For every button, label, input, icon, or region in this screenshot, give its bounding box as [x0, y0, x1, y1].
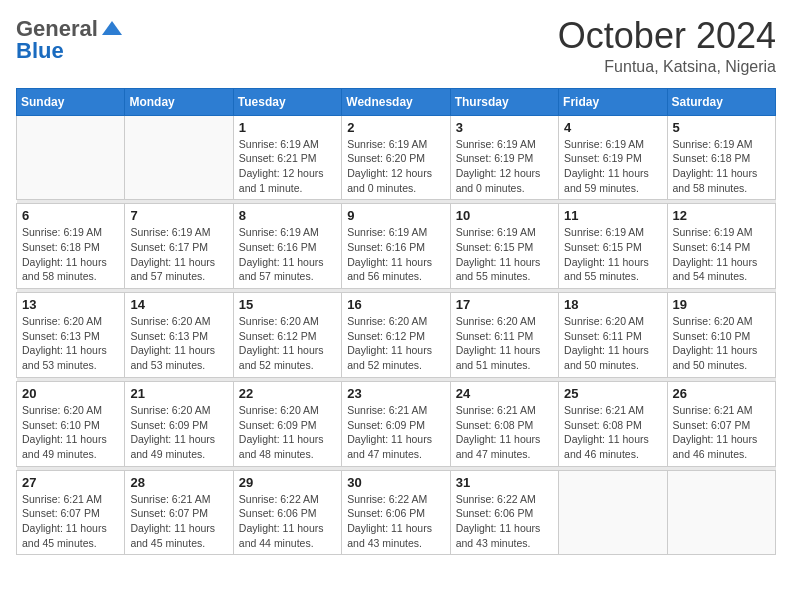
- day-info: Sunrise: 6:19 AMSunset: 6:19 PMDaylight:…: [564, 137, 661, 196]
- calendar-week-row: 1Sunrise: 6:19 AMSunset: 6:21 PMDaylight…: [17, 115, 776, 200]
- day-number: 23: [347, 386, 444, 401]
- calendar-cell: 14Sunrise: 6:20 AMSunset: 6:13 PMDayligh…: [125, 293, 233, 378]
- day-number: 4: [564, 120, 661, 135]
- day-number: 17: [456, 297, 553, 312]
- day-info: Sunrise: 6:20 AMSunset: 6:12 PMDaylight:…: [239, 314, 336, 373]
- calendar-cell: 10Sunrise: 6:19 AMSunset: 6:15 PMDayligh…: [450, 204, 558, 289]
- calendar-cell: 29Sunrise: 6:22 AMSunset: 6:06 PMDayligh…: [233, 470, 341, 555]
- calendar-cell: 31Sunrise: 6:22 AMSunset: 6:06 PMDayligh…: [450, 470, 558, 555]
- day-info: Sunrise: 6:21 AMSunset: 6:07 PMDaylight:…: [22, 492, 119, 551]
- day-info: Sunrise: 6:20 AMSunset: 6:13 PMDaylight:…: [22, 314, 119, 373]
- weekday-header: Wednesday: [342, 88, 450, 115]
- calendar-cell: 19Sunrise: 6:20 AMSunset: 6:10 PMDayligh…: [667, 293, 775, 378]
- calendar-cell: 9Sunrise: 6:19 AMSunset: 6:16 PMDaylight…: [342, 204, 450, 289]
- day-info: Sunrise: 6:22 AMSunset: 6:06 PMDaylight:…: [239, 492, 336, 551]
- calendar-cell: 24Sunrise: 6:21 AMSunset: 6:08 PMDayligh…: [450, 381, 558, 466]
- day-number: 19: [673, 297, 770, 312]
- day-number: 22: [239, 386, 336, 401]
- day-info: Sunrise: 6:21 AMSunset: 6:07 PMDaylight:…: [673, 403, 770, 462]
- day-info: Sunrise: 6:19 AMSunset: 6:19 PMDaylight:…: [456, 137, 553, 196]
- calendar-week-row: 27Sunrise: 6:21 AMSunset: 6:07 PMDayligh…: [17, 470, 776, 555]
- day-info: Sunrise: 6:19 AMSunset: 6:15 PMDaylight:…: [564, 225, 661, 284]
- day-number: 15: [239, 297, 336, 312]
- day-number: 29: [239, 475, 336, 490]
- weekday-header: Friday: [559, 88, 667, 115]
- day-number: 12: [673, 208, 770, 223]
- calendar-cell: 4Sunrise: 6:19 AMSunset: 6:19 PMDaylight…: [559, 115, 667, 200]
- day-number: 10: [456, 208, 553, 223]
- day-number: 9: [347, 208, 444, 223]
- day-info: Sunrise: 6:19 AMSunset: 6:14 PMDaylight:…: [673, 225, 770, 284]
- day-number: 8: [239, 208, 336, 223]
- day-info: Sunrise: 6:21 AMSunset: 6:08 PMDaylight:…: [564, 403, 661, 462]
- day-number: 7: [130, 208, 227, 223]
- day-info: Sunrise: 6:19 AMSunset: 6:18 PMDaylight:…: [22, 225, 119, 284]
- day-info: Sunrise: 6:20 AMSunset: 6:10 PMDaylight:…: [22, 403, 119, 462]
- calendar-cell: 25Sunrise: 6:21 AMSunset: 6:08 PMDayligh…: [559, 381, 667, 466]
- day-info: Sunrise: 6:20 AMSunset: 6:11 PMDaylight:…: [564, 314, 661, 373]
- day-number: 26: [673, 386, 770, 401]
- day-info: Sunrise: 6:21 AMSunset: 6:07 PMDaylight:…: [130, 492, 227, 551]
- day-number: 13: [22, 297, 119, 312]
- logo: General Blue: [16, 16, 124, 64]
- weekday-header: Thursday: [450, 88, 558, 115]
- day-info: Sunrise: 6:22 AMSunset: 6:06 PMDaylight:…: [347, 492, 444, 551]
- calendar-cell: 12Sunrise: 6:19 AMSunset: 6:14 PMDayligh…: [667, 204, 775, 289]
- calendar-cell: 15Sunrise: 6:20 AMSunset: 6:12 PMDayligh…: [233, 293, 341, 378]
- weekday-header: Saturday: [667, 88, 775, 115]
- calendar-cell: 11Sunrise: 6:19 AMSunset: 6:15 PMDayligh…: [559, 204, 667, 289]
- title-block: October 2024 Funtua, Katsina, Nigeria: [558, 16, 776, 76]
- calendar-cell: 21Sunrise: 6:20 AMSunset: 6:09 PMDayligh…: [125, 381, 233, 466]
- day-info: Sunrise: 6:20 AMSunset: 6:09 PMDaylight:…: [130, 403, 227, 462]
- day-number: 25: [564, 386, 661, 401]
- day-number: 14: [130, 297, 227, 312]
- day-number: 31: [456, 475, 553, 490]
- day-info: Sunrise: 6:20 AMSunset: 6:09 PMDaylight:…: [239, 403, 336, 462]
- logo-icon: [100, 17, 124, 41]
- calendar-cell: 22Sunrise: 6:20 AMSunset: 6:09 PMDayligh…: [233, 381, 341, 466]
- calendar-cell: 8Sunrise: 6:19 AMSunset: 6:16 PMDaylight…: [233, 204, 341, 289]
- day-info: Sunrise: 6:19 AMSunset: 6:16 PMDaylight:…: [239, 225, 336, 284]
- day-number: 28: [130, 475, 227, 490]
- calendar-cell: 3Sunrise: 6:19 AMSunset: 6:19 PMDaylight…: [450, 115, 558, 200]
- calendar-cell: 30Sunrise: 6:22 AMSunset: 6:06 PMDayligh…: [342, 470, 450, 555]
- day-info: Sunrise: 6:19 AMSunset: 6:21 PMDaylight:…: [239, 137, 336, 196]
- month-title: October 2024: [558, 16, 776, 56]
- location: Funtua, Katsina, Nigeria: [558, 58, 776, 76]
- calendar-cell: 23Sunrise: 6:21 AMSunset: 6:09 PMDayligh…: [342, 381, 450, 466]
- day-number: 3: [456, 120, 553, 135]
- calendar-week-row: 6Sunrise: 6:19 AMSunset: 6:18 PMDaylight…: [17, 204, 776, 289]
- day-info: Sunrise: 6:21 AMSunset: 6:08 PMDaylight:…: [456, 403, 553, 462]
- weekday-header-row: SundayMondayTuesdayWednesdayThursdayFrid…: [17, 88, 776, 115]
- day-number: 11: [564, 208, 661, 223]
- weekday-header: Tuesday: [233, 88, 341, 115]
- day-info: Sunrise: 6:20 AMSunset: 6:12 PMDaylight:…: [347, 314, 444, 373]
- weekday-header: Monday: [125, 88, 233, 115]
- day-info: Sunrise: 6:19 AMSunset: 6:18 PMDaylight:…: [673, 137, 770, 196]
- weekday-header: Sunday: [17, 88, 125, 115]
- calendar-cell: [559, 470, 667, 555]
- day-info: Sunrise: 6:21 AMSunset: 6:09 PMDaylight:…: [347, 403, 444, 462]
- day-number: 6: [22, 208, 119, 223]
- day-info: Sunrise: 6:19 AMSunset: 6:17 PMDaylight:…: [130, 225, 227, 284]
- day-number: 1: [239, 120, 336, 135]
- calendar-cell: 18Sunrise: 6:20 AMSunset: 6:11 PMDayligh…: [559, 293, 667, 378]
- calendar-cell: 1Sunrise: 6:19 AMSunset: 6:21 PMDaylight…: [233, 115, 341, 200]
- calendar-cell: 2Sunrise: 6:19 AMSunset: 6:20 PMDaylight…: [342, 115, 450, 200]
- day-number: 27: [22, 475, 119, 490]
- calendar-table: SundayMondayTuesdayWednesdayThursdayFrid…: [16, 88, 776, 556]
- calendar-cell: 6Sunrise: 6:19 AMSunset: 6:18 PMDaylight…: [17, 204, 125, 289]
- calendar-cell: 13Sunrise: 6:20 AMSunset: 6:13 PMDayligh…: [17, 293, 125, 378]
- calendar-cell: [667, 470, 775, 555]
- calendar-cell: [125, 115, 233, 200]
- page-header: General Blue October 2024 Funtua, Katsin…: [16, 16, 776, 76]
- day-number: 16: [347, 297, 444, 312]
- svg-marker-0: [102, 21, 122, 35]
- day-number: 30: [347, 475, 444, 490]
- calendar-week-row: 13Sunrise: 6:20 AMSunset: 6:13 PMDayligh…: [17, 293, 776, 378]
- day-info: Sunrise: 6:20 AMSunset: 6:10 PMDaylight:…: [673, 314, 770, 373]
- calendar-cell: 26Sunrise: 6:21 AMSunset: 6:07 PMDayligh…: [667, 381, 775, 466]
- calendar-week-row: 20Sunrise: 6:20 AMSunset: 6:10 PMDayligh…: [17, 381, 776, 466]
- calendar-cell: [17, 115, 125, 200]
- day-number: 24: [456, 386, 553, 401]
